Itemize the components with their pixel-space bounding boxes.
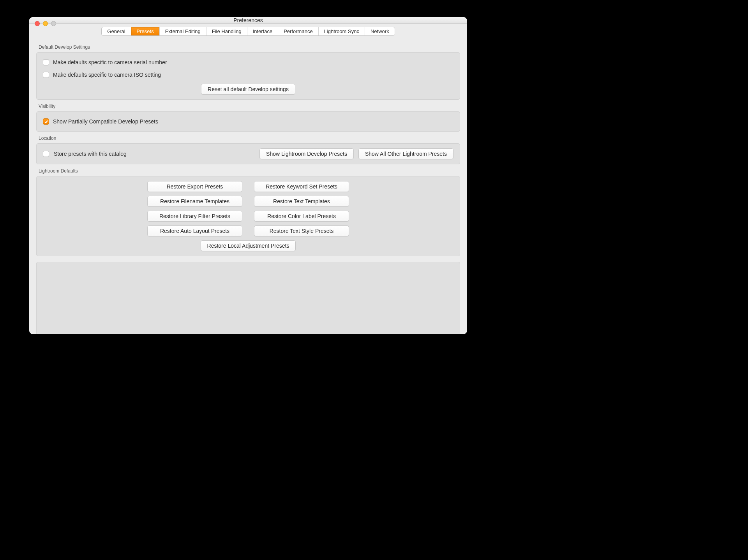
restore-text-templates-button[interactable]: Restore Text Templates [254,196,349,207]
panel-location: Store presets with this catalog Show Lig… [36,143,460,164]
panel-default-develop: Make defaults specific to camera serial … [36,52,460,100]
tab-network[interactable]: Network [365,27,395,35]
checkbox-serial[interactable] [43,59,49,65]
zoom-icon[interactable] [51,21,56,26]
restore-local-adjustment-presets-button[interactable]: Restore Local Adjustment Presets [201,240,296,251]
checkbox-iso-label: Make defaults specific to camera ISO set… [53,72,161,78]
panel-lightroom-defaults: Restore Export Presets Restore Keyword S… [36,176,460,256]
restore-filename-templates-button[interactable]: Restore Filename Templates [147,196,242,207]
tab-performance[interactable]: Performance [278,27,318,35]
window-controls [35,21,56,26]
section-label-default-develop: Default Develop Settings [36,41,460,52]
restore-library-filter-presets-button[interactable]: Restore Library Filter Presets [147,211,242,222]
window-title: Preferences [233,17,263,23]
reset-defaults-button[interactable]: Reset all default Develop settings [201,84,295,95]
titlebar: Preferences [29,17,467,24]
restore-color-label-presets-button[interactable]: Restore Color Label Presets [254,211,349,222]
tab-presets[interactable]: Presets [131,27,160,35]
tab-lightroom-sync[interactable]: Lightroom Sync [319,27,365,35]
content-area: Default Develop Settings Make defaults s… [29,36,467,334]
checkbox-iso[interactable] [43,72,49,78]
restore-export-presets-button[interactable]: Restore Export Presets [147,181,242,192]
checkbox-show-partially-compatible[interactable] [43,118,49,125]
restore-keyword-set-presets-button[interactable]: Restore Keyword Set Presets [254,181,349,192]
panel-visibility: Show Partially Compatible Develop Preset… [36,111,460,132]
tab-segmented-control: General Presets External Editing File Ha… [101,27,395,36]
checkbox-serial-label: Make defaults specific to camera serial … [53,59,167,65]
tab-file-handling[interactable]: File Handling [206,27,247,35]
preferences-window: Preferences General Presets External Edi… [29,17,467,334]
checkbox-store-with-catalog-label: Store presets with this catalog [54,151,127,157]
checkbox-store-with-catalog[interactable] [43,151,49,157]
tab-bar: General Presets External Editing File Ha… [29,24,467,36]
minimize-icon[interactable] [43,21,48,26]
section-label-lightroom-defaults: Lightroom Defaults [36,164,460,176]
close-icon[interactable] [35,21,40,26]
tab-general[interactable]: General [102,27,131,35]
tab-external-editing[interactable]: External Editing [160,27,206,35]
tab-interface[interactable]: Interface [247,27,279,35]
restore-text-style-presets-button[interactable]: Restore Text Style Presets [254,225,349,236]
section-label-location: Location [36,132,460,143]
show-all-other-presets-button[interactable]: Show All Other Lightroom Presets [358,148,453,159]
restore-auto-layout-presets-button[interactable]: Restore Auto Layout Presets [147,225,242,236]
empty-panel [36,262,460,334]
checkbox-show-partially-compatible-label: Show Partially Compatible Develop Preset… [53,118,158,125]
show-develop-presets-button[interactable]: Show Lightroom Develop Presets [259,148,354,159]
section-label-visibility: Visibility [36,100,460,111]
